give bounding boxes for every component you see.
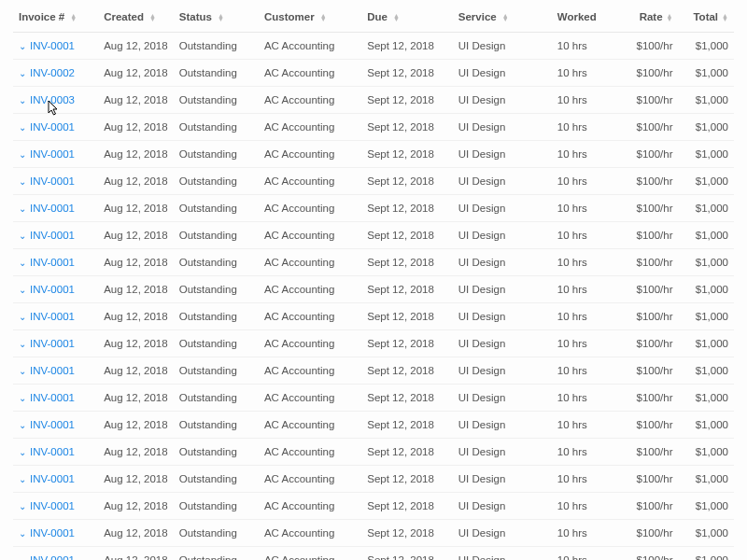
table-row[interactable]: ⌄INV-0001Aug 12, 2018OutstandingAC Accou… <box>13 222 734 249</box>
sort-icon[interactable] <box>218 14 224 21</box>
cell-invoice[interactable]: ⌄INV-0001 <box>13 276 98 303</box>
cell-invoice[interactable]: ⌄INV-0001 <box>13 168 98 195</box>
cell-invoice[interactable]: ⌄INV-0001 <box>13 520 98 547</box>
invoice-link[interactable]: INV-0001 <box>30 284 75 295</box>
invoice-link[interactable]: INV-0001 <box>30 40 75 51</box>
cell-invoice[interactable]: ⌄INV-0001 <box>13 222 98 249</box>
chevron-down-icon[interactable]: ⌄ <box>19 474 26 484</box>
cell-invoice[interactable]: ⌄INV-0001 <box>13 357 98 385</box>
chevron-down-icon[interactable]: ⌄ <box>19 366 26 376</box>
col-header-created[interactable]: Created <box>98 0 174 33</box>
cell-invoice[interactable]: ⌄INV-0001 <box>13 466 98 493</box>
chevron-down-icon[interactable]: ⌄ <box>19 258 26 268</box>
cell-invoice[interactable]: ⌄INV-0001 <box>13 547 98 561</box>
table-row[interactable]: ⌄INV-0001Aug 12, 2018OutstandingAC Accou… <box>13 439 734 466</box>
cell-invoice[interactable]: ⌄INV-0001 <box>13 114 98 141</box>
sort-icon[interactable] <box>320 14 327 21</box>
table-row[interactable]: ⌄INV-0001Aug 12, 2018OutstandingAC Accou… <box>13 357 734 385</box>
table-row[interactable]: ⌄INV-0001Aug 12, 2018OutstandingAC Accou… <box>13 547 734 561</box>
cell-invoice[interactable]: ⌄INV-0002 <box>13 60 98 87</box>
invoice-link[interactable]: INV-0001 <box>30 365 75 376</box>
invoice-link[interactable]: INV-0002 <box>30 67 75 78</box>
table-row[interactable]: ⌄INV-0001Aug 12, 2018OutstandingAC Accou… <box>13 114 734 141</box>
table-row[interactable]: ⌄INV-0001Aug 12, 2018OutstandingAC Accou… <box>13 412 734 439</box>
col-header-worked[interactable]: Worked <box>552 0 617 33</box>
table-row[interactable]: ⌄INV-0001Aug 12, 2018OutstandingAC Accou… <box>13 276 734 303</box>
table-row[interactable]: ⌄INV-0001Aug 12, 2018OutstandingAC Accou… <box>13 33 734 60</box>
table-row[interactable]: ⌄INV-0001Aug 12, 2018OutstandingAC Accou… <box>13 330 734 357</box>
chevron-down-icon[interactable]: ⌄ <box>19 528 26 539</box>
col-header-customer[interactable]: Customer <box>259 0 361 33</box>
invoice-link[interactable]: INV-0001 <box>30 554 75 560</box>
col-header-total[interactable]: Total <box>679 0 734 33</box>
col-header-invoice[interactable]: Invoice # <box>13 0 98 33</box>
invoice-link[interactable]: INV-0001 <box>30 338 75 349</box>
invoice-link[interactable]: INV-0001 <box>30 446 75 457</box>
table-row[interactable]: ⌄INV-0001Aug 12, 2018OutstandingAC Accou… <box>13 168 734 195</box>
invoice-link[interactable]: INV-0001 <box>30 500 75 511</box>
table-row[interactable]: ⌄INV-0003Aug 12, 2018OutstandingAC Accou… <box>13 87 734 114</box>
cell-invoice[interactable]: ⌄INV-0001 <box>13 249 98 276</box>
chevron-down-icon[interactable]: ⌄ <box>19 285 26 295</box>
col-header-service[interactable]: Service <box>453 0 552 33</box>
sort-icon[interactable] <box>70 14 77 21</box>
chevron-down-icon[interactable]: ⌄ <box>19 447 26 457</box>
table-row[interactable]: ⌄INV-0001Aug 12, 2018OutstandingAC Accou… <box>13 303 734 330</box>
chevron-down-icon[interactable]: ⌄ <box>19 231 26 241</box>
chevron-down-icon[interactable]: ⌄ <box>19 312 26 322</box>
table-row[interactable]: ⌄INV-0001Aug 12, 2018OutstandingAC Accou… <box>13 493 734 520</box>
chevron-down-icon[interactable]: ⌄ <box>19 149 26 160</box>
chevron-down-icon[interactable]: ⌄ <box>19 95 26 105</box>
cell-invoice[interactable]: ⌄INV-0001 <box>13 303 98 330</box>
cell-invoice[interactable]: ⌄INV-0001 <box>13 330 98 357</box>
col-header-status[interactable]: Status <box>174 0 259 33</box>
table-row[interactable]: ⌄INV-0001Aug 12, 2018OutstandingAC Accou… <box>13 520 734 547</box>
cell-invoice[interactable]: ⌄INV-0001 <box>13 439 98 466</box>
chevron-down-icon[interactable]: ⌄ <box>19 501 26 511</box>
chevron-down-icon[interactable]: ⌄ <box>19 420 26 430</box>
cell-due: Sept 12, 2018 <box>361 141 453 168</box>
cell-invoice[interactable]: ⌄INV-0001 <box>13 412 98 439</box>
cell-invoice[interactable]: ⌄INV-0001 <box>13 33 98 60</box>
chevron-down-icon[interactable]: ⌄ <box>19 339 26 349</box>
chevron-down-icon[interactable]: ⌄ <box>19 68 26 78</box>
sort-icon[interactable] <box>502 14 509 21</box>
cell-invoice[interactable]: ⌄INV-0001 <box>13 141 98 168</box>
invoice-link[interactable]: INV-0001 <box>30 175 75 187</box>
sort-icon[interactable] <box>393 14 400 21</box>
cell-invoice[interactable]: ⌄INV-0001 <box>13 493 98 520</box>
invoice-link[interactable]: INV-0001 <box>30 148 75 160</box>
cell-invoice[interactable]: ⌄INV-0003 <box>13 87 98 114</box>
table-row[interactable]: ⌄INV-0001Aug 12, 2018OutstandingAC Accou… <box>13 141 734 168</box>
invoice-link[interactable]: INV-0001 <box>30 392 75 403</box>
table-row[interactable]: ⌄INV-0001Aug 12, 2018OutstandingAC Accou… <box>13 195 734 222</box>
invoice-link[interactable]: INV-0001 <box>30 121 75 133</box>
invoice-link[interactable]: INV-0001 <box>30 419 75 430</box>
chevron-down-icon[interactable]: ⌄ <box>19 203 26 214</box>
table-row[interactable]: ⌄INV-0001Aug 12, 2018OutstandingAC Accou… <box>13 385 734 412</box>
chevron-down-icon[interactable]: ⌄ <box>19 122 26 133</box>
chevron-down-icon[interactable]: ⌄ <box>19 555 26 560</box>
sort-icon[interactable] <box>149 14 156 21</box>
chevron-down-icon[interactable]: ⌄ <box>19 41 26 51</box>
chevron-down-icon[interactable]: ⌄ <box>19 176 26 187</box>
cell-invoice[interactable]: ⌄INV-0001 <box>13 195 98 222</box>
invoice-link[interactable]: INV-0001 <box>30 527 75 539</box>
col-header-due[interactable]: Due <box>361 0 453 33</box>
sort-icon[interactable] <box>667 14 673 21</box>
cell-due: Sept 12, 2018 <box>361 303 453 330</box>
sort-icon[interactable] <box>722 14 728 21</box>
table-row[interactable]: ⌄INV-0002Aug 12, 2018OutstandingAC Accou… <box>13 60 734 87</box>
chevron-down-icon[interactable]: ⌄ <box>19 393 26 403</box>
col-header-rate[interactable]: Rate <box>617 0 679 33</box>
table-row[interactable]: ⌄INV-0001Aug 12, 2018OutstandingAC Accou… <box>13 249 734 276</box>
invoice-link[interactable]: INV-0001 <box>30 230 75 241</box>
invoice-link[interactable]: INV-0001 <box>30 473 75 484</box>
invoice-link[interactable]: INV-0001 <box>30 311 75 322</box>
cell-service: UI Design <box>453 114 552 141</box>
invoice-link[interactable]: INV-0001 <box>30 257 75 268</box>
invoice-link[interactable]: INV-0003 <box>30 94 75 105</box>
table-row[interactable]: ⌄INV-0001Aug 12, 2018OutstandingAC Accou… <box>13 466 734 493</box>
invoice-link[interactable]: INV-0001 <box>30 203 75 214</box>
cell-invoice[interactable]: ⌄INV-0001 <box>13 385 98 412</box>
